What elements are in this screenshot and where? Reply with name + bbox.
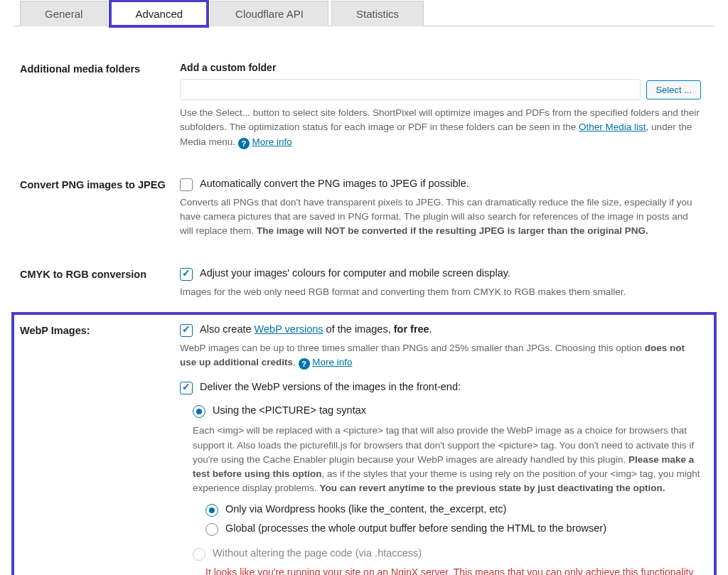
other-media-list-link[interactable]: Other Media list (579, 122, 646, 132)
png-description: Converts all PNGs that don't have transp… (180, 195, 701, 239)
picture-description: Each <img> will be replaced with a <pict… (193, 424, 701, 495)
help-icon[interactable]: ? (238, 138, 250, 149)
nginx-warning: It looks like you're running your site o… (193, 566, 701, 576)
folders-description: Use the Select... button to select site … (180, 106, 701, 149)
radio-wp-hooks[interactable] (205, 504, 218, 517)
row-label-png: Convert PNG images to JPEG (20, 178, 180, 239)
cmyk-description: Images for the web only need RGB format … (180, 285, 701, 299)
tab-general[interactable]: General (20, 1, 107, 26)
convert-png-label: Automatically convert the PNG images to … (200, 178, 469, 189)
more-info-link[interactable]: More info (252, 136, 292, 147)
deliver-webp-checkbox[interactable] (180, 382, 193, 394)
select-folder-button[interactable]: Select ... (646, 80, 701, 100)
cmyk-checkbox[interactable] (180, 268, 193, 281)
radio-global[interactable] (205, 523, 218, 536)
radio-wp-hooks-label: Only via Wordpress hooks (like the_conte… (225, 503, 506, 515)
help-icon[interactable]: ? (299, 358, 310, 370)
create-webp-label: Also create WebP versions of the images,… (200, 323, 432, 335)
radio-htaccess (193, 548, 205, 561)
radio-picture-tag[interactable] (193, 405, 205, 418)
radio-htaccess-label: Without altering the page code (via .hta… (213, 547, 422, 559)
radio-picture-label: Using the <PICTURE> tag syntax (213, 404, 366, 416)
cmyk-label: Adjust your images' colours for computer… (200, 267, 510, 279)
webp-versions-link[interactable]: WebP versions (255, 323, 323, 335)
row-label-webp: WebP Images: (20, 323, 180, 575)
convert-png-checkbox[interactable] (180, 178, 193, 191)
row-label-folders: Additional media folders (20, 62, 180, 149)
radio-global-label: Global (processes the whole output buffe… (225, 522, 606, 534)
tab-advanced[interactable]: Advanced (110, 1, 208, 26)
tab-statistics[interactable]: Statistics (331, 1, 424, 26)
tab-cloudflare-api[interactable]: Cloudflare API (210, 1, 328, 26)
webp-description: WebP images can be up to three times sma… (180, 341, 701, 370)
folders-heading: Add a custom folder (180, 62, 701, 73)
custom-folder-input[interactable] (180, 79, 641, 100)
deliver-webp-label: Deliver the WebP versions of the images … (200, 381, 461, 392)
row-label-cmyk: CMYK to RGB conversion (20, 267, 180, 299)
create-webp-checkbox[interactable] (180, 324, 193, 337)
more-info-link-webp[interactable]: More info (312, 357, 352, 367)
